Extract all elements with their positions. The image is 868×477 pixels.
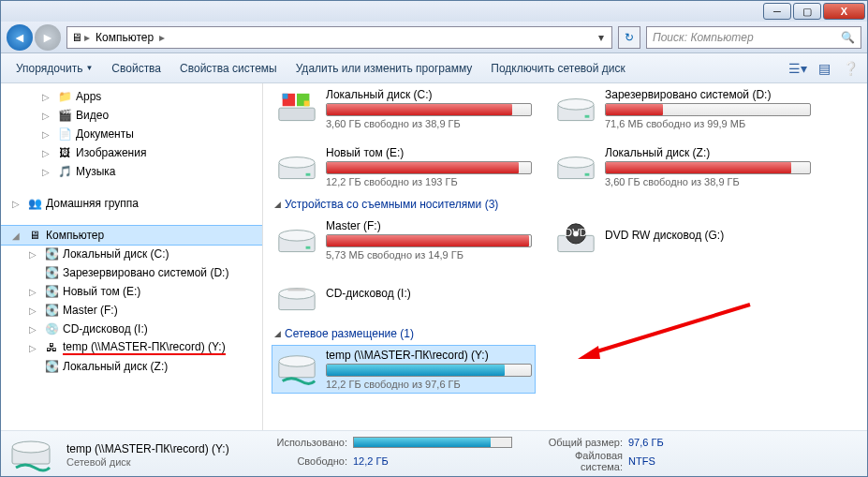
windows-drive-icon <box>275 88 318 127</box>
drive-d[interactable]: Зарезервировано системой (D:)71,6 МБ сво… <box>552 85 814 132</box>
sidebar-item-homegroup[interactable]: ▷👥Домашняя группа <box>1 194 262 213</box>
main: ▷📁Apps ▷🎬Видео ▷📄Документы ▷🖼Изображения… <box>1 83 867 430</box>
titlebar: ─ ▢ X <box>1 1 867 22</box>
section-removable[interactable]: ◢Устройства со съемными носителями (3) <box>274 198 858 211</box>
section-network[interactable]: ◢Сетевое размещение (1) <box>274 327 858 340</box>
system-properties-button[interactable]: Свойства системы <box>170 58 287 79</box>
drive-icon: 💽 <box>44 359 59 374</box>
search-input[interactable]: Поиск: Компьютер 🔍 <box>646 26 861 49</box>
document-icon: 📄 <box>57 127 72 142</box>
homegroup-icon: 👥 <box>27 196 42 211</box>
cd-icon <box>275 277 318 317</box>
search-placeholder: Поиск: Компьютер <box>653 31 754 44</box>
drive-icon: 💽 <box>44 246 59 261</box>
refresh-button[interactable]: ↻ <box>618 26 640 49</box>
preview-pane-button[interactable]: ▤ <box>813 57 835 80</box>
cd-icon: 💿 <box>44 321 59 336</box>
svg-point-6 <box>558 98 594 109</box>
svg-rect-7 <box>585 115 590 118</box>
breadcrumb[interactable]: Компьютер <box>92 31 157 44</box>
content-pane: Локальный диск (C:)3,60 ГБ свободно из 3… <box>263 83 867 430</box>
computer-icon: 🖥 <box>71 31 82 44</box>
folder-icon: 📁 <box>57 89 72 104</box>
music-icon: 🎵 <box>57 164 72 179</box>
sidebar-item-drive-f[interactable]: ▷💽Master (F:) <box>1 301 262 320</box>
views-button[interactable]: ☰▾ <box>787 57 809 80</box>
toolbar: Упорядочить▼ Свойства Свойства системы У… <box>1 53 867 83</box>
navbar: ◄ ► 🖥 ▸ Компьютер ▸ ▾ ↻ Поиск: Компьютер… <box>1 22 867 53</box>
drive-i[interactable]: CD-дисковод (I:) <box>272 275 535 320</box>
svg-point-29 <box>12 441 50 453</box>
svg-point-12 <box>558 157 594 167</box>
computer-icon: 🖥 <box>27 228 42 243</box>
sidebar-item-drive-z[interactable]: 💽Локальный диск (Z:) <box>1 357 262 376</box>
network-drive-icon <box>8 436 53 473</box>
search-icon: 🔍 <box>841 31 855 44</box>
sidebar-item-computer[interactable]: ◢🖥Компьютер <box>1 226 262 245</box>
drive-e[interactable]: Новый том (E:)12,2 ГБ свободно из 193 ГБ <box>272 143 535 190</box>
image-icon: 🖼 <box>57 145 72 160</box>
hdd-icon <box>275 146 318 186</box>
drive-c[interactable]: Локальный диск (C:)3,60 ГБ свободно из 3… <box>272 85 535 132</box>
svg-rect-13 <box>585 173 590 176</box>
address-dropdown-icon[interactable]: ▾ <box>595 31 608 44</box>
hdd-icon <box>275 219 318 259</box>
svg-point-15 <box>279 230 315 240</box>
details-type: Сетевой диск <box>66 456 244 468</box>
usage-bar <box>353 437 512 448</box>
dvd-icon: DVD <box>554 219 597 259</box>
hdd-icon <box>554 88 597 127</box>
breadcrumb-sep: ▸ <box>82 31 92 44</box>
drive-icon: 💽 <box>44 303 59 318</box>
sidebar-item-drive-e[interactable]: ▷💽Новый том (E:) <box>1 282 262 301</box>
svg-rect-4 <box>304 100 310 106</box>
sidebar-item-images[interactable]: ▷🖼Изображения <box>1 143 262 162</box>
svg-rect-3 <box>283 94 288 99</box>
drive-icon: 💽 <box>44 284 59 299</box>
network-drive-icon: 🖧 <box>44 340 59 355</box>
drive-icon: 💽 <box>44 265 59 280</box>
svg-rect-0 <box>279 108 315 120</box>
map-network-button[interactable]: Подключить сетевой диск <box>481 58 634 79</box>
close-button[interactable]: X <box>823 3 865 20</box>
help-button[interactable]: ❔ <box>839 57 861 80</box>
minimize-button[interactable]: ─ <box>763 3 791 20</box>
maximize-button[interactable]: ▢ <box>793 3 821 20</box>
network-drive-icon <box>275 349 318 388</box>
back-button[interactable]: ◄ <box>7 24 33 51</box>
forward-button[interactable]: ► <box>35 24 61 51</box>
sidebar: ▷📁Apps ▷🎬Видео ▷📄Документы ▷🖼Изображения… <box>1 83 263 430</box>
address-bar[interactable]: 🖥 ▸ Компьютер ▸ ▾ <box>66 26 612 49</box>
svg-rect-16 <box>306 246 311 249</box>
hdd-icon <box>554 146 597 186</box>
drive-f[interactable]: Master (F:)5,73 МБ свободно из 14,9 ГБ <box>272 216 535 263</box>
sidebar-item-documents[interactable]: ▷📄Документы <box>1 125 262 143</box>
svg-rect-10 <box>306 173 311 176</box>
sidebar-item-drive-y[interactable]: ▷🖧temp (\\MASTER-ПК\record) (Y:) <box>1 338 262 357</box>
svg-point-9 <box>279 157 315 167</box>
sidebar-item-video[interactable]: ▷🎬Видео <box>1 106 262 125</box>
drive-g[interactable]: DVD DVD RW дисковод (G:) <box>552 216 814 263</box>
video-icon: 🎬 <box>57 108 72 123</box>
sidebar-item-drive-cd[interactable]: ▷💿CD-дисковод (I:) <box>1 320 262 338</box>
sidebar-item-music[interactable]: ▷🎵Музыка <box>1 162 262 181</box>
details-pane: temp (\\MASTER-ПК\record) (Y:) Сетевой д… <box>1 430 867 477</box>
sidebar-item-apps[interactable]: ▷📁Apps <box>1 87 262 106</box>
details-title: temp (\\MASTER-ПК\record) (Y:) <box>66 442 244 455</box>
drive-z[interactable]: Локальный диск (Z:)3,60 ГБ свободно из 3… <box>552 143 814 190</box>
breadcrumb-sep: ▸ <box>157 31 167 44</box>
properties-button[interactable]: Свойства <box>102 58 170 79</box>
drive-y[interactable]: temp (\\MASTER-ПК\record) (Y:)12,2 ГБ св… <box>272 346 535 393</box>
organize-button[interactable]: Упорядочить▼ <box>7 58 102 79</box>
svg-point-25 <box>279 356 315 366</box>
sidebar-item-drive-d[interactable]: 💽Зарезервировано системой (D:) <box>1 263 262 282</box>
svg-rect-23 <box>287 288 305 291</box>
change-program-button[interactable]: Удалить или изменить программу <box>287 58 482 79</box>
sidebar-item-drive-c[interactable]: ▷💽Локальный диск (C:) <box>1 245 262 263</box>
svg-text:DVD: DVD <box>565 227 587 238</box>
